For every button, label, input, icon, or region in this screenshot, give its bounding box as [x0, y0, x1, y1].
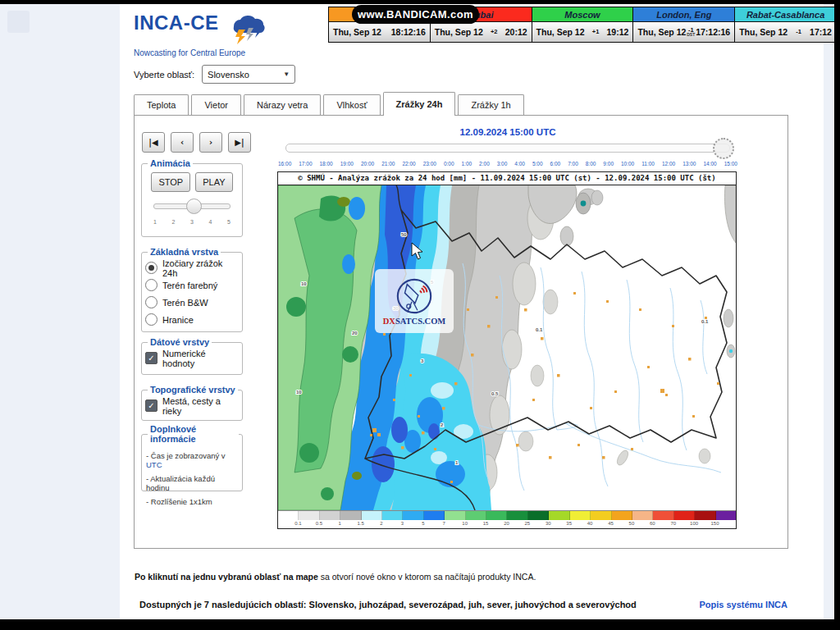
tab-bar: TeplotaVietorNárazy vetraVlhkosťZrážky 2… [134, 92, 527, 115]
colorbar-cell: 35 [549, 511, 569, 520]
timeline-tick: 1:00 [461, 161, 472, 167]
topo-layers-options: ✓Mestá, cesty a rieky [145, 397, 239, 414]
play-button[interactable]: PLAY [195, 172, 232, 192]
timeline-slider-handle[interactable] [713, 138, 734, 159]
frame-nav-buttons: |◀‹›▶| [142, 132, 251, 153]
timeline-tick: 9:00 [603, 161, 614, 167]
colorbar-cell: 2 [362, 511, 382, 520]
colorbar-cell: 20 [486, 511, 507, 520]
last-frame-button[interactable]: ▶| [228, 132, 251, 153]
colorbar-cell: 30 [528, 511, 549, 520]
base-layer-option[interactable]: Izočiary zrážok 24h [145, 259, 239, 276]
tab-zr-ky-24h[interactable]: Zrážky 24h [383, 92, 456, 116]
speed-slider-handle[interactable] [186, 199, 202, 214]
product-panel: |◀‹›▶| Animácia STOP PLAY 12345 Základná… [134, 115, 788, 549]
base-layer-option[interactable]: Terén B&W [145, 294, 239, 311]
next-frame-button[interactable]: › [199, 132, 222, 153]
timeline-tick: 10:00 [621, 161, 634, 167]
timeline-tick: 3:00 [497, 161, 508, 167]
info-line: - Čas je zobrazovaný v UTC [146, 451, 238, 469]
timeline-tick: 16:00 [278, 161, 291, 167]
dxsatcs-watermark: DXSATCS.COM [375, 269, 454, 333]
timeline-tick: 22:00 [402, 161, 415, 167]
clock-city: London, Eng [633, 7, 734, 22]
timeline-tick: 18:00 [319, 161, 332, 167]
system-description-link[interactable]: Popis systému INCA [699, 600, 788, 609]
stop-button[interactable]: STOP [151, 172, 190, 192]
first-frame-button[interactable]: |◀ [142, 132, 165, 153]
clock-time-row: Thu, Sep 12-117:12 [735, 22, 836, 42]
tab-n-razy-vetra[interactable]: Nárazy vetra [244, 94, 321, 115]
timeline-slider[interactable] [285, 144, 730, 153]
logo-subtitle: Nowcasting for Central Europe [134, 48, 268, 57]
frame-top [0, 0, 840, 4]
base-layer-option[interactable]: Hranice [145, 311, 239, 328]
base-layer-fieldset: Základná vrstva Izočiary zrážok 24hTerén… [141, 247, 243, 332]
footer-row: Dostupných je 7 nasledujúcich oblastí: S… [139, 600, 788, 609]
colorbar-cell: 1.5 [340, 511, 361, 520]
map-svg: 503020101053210.50.10.1 [278, 185, 736, 510]
colorbar-cell: 10 [445, 511, 465, 520]
timeline-tick: 7:00 [568, 161, 578, 167]
tab-zr-ky-1h[interactable]: Zrážky 1h [458, 94, 523, 115]
chevron-down-icon: ▼ [283, 71, 290, 78]
map-title: © SHMÚ - Analýza zrážok za 24 hod [mm] -… [278, 172, 736, 185]
tab-teplota[interactable]: Teplota [134, 94, 189, 115]
frame-bottom [0, 619, 840, 630]
radio-icon[interactable] [145, 279, 158, 291]
animation-fieldset: Animácia STOP PLAY 12345 [141, 158, 243, 237]
extra-info-fieldset: Doplnkové informácie - Čas je zobrazovan… [141, 424, 243, 491]
info-line: - Aktualizácia každú hodinu [146, 474, 238, 492]
timeline-tick: 20:00 [361, 161, 374, 167]
checkbox-icon[interactable]: ✓ [145, 352, 158, 364]
speed-ticks: 12345 [153, 219, 231, 225]
data-layers-option[interactable]: ✓Numerické hodnoty [145, 349, 239, 367]
svg-text:0.1: 0.1 [536, 327, 543, 332]
data-layers-options: ✓Numerické hodnoty [145, 349, 239, 367]
dxsatcs-text: DXSATCS.COM [383, 317, 446, 326]
checkbox-icon[interactable]: ✓ [145, 399, 158, 412]
satellite-dish-icon [395, 276, 434, 316]
timeline-tick: 19:00 [340, 161, 354, 167]
map-column: 12.09.2024 15:00 UTC 16:0017:0018:0019:0… [277, 127, 738, 529]
timeline-tick: 15:00 [724, 161, 737, 167]
clock-time-row: Thu, Sep 12-1DST17:12:16 [633, 22, 734, 42]
timeline-tick: 6:00 [550, 161, 561, 167]
precipitation-map[interactable]: © SHMÚ - Analýza zrážok za 24 hod [mm] -… [277, 171, 737, 529]
timeline-current-time: 12.09.2024 15:00 UTC [277, 127, 738, 137]
svg-text:20: 20 [352, 331, 358, 336]
timeline-tick: 21:00 [381, 161, 395, 167]
regions-list: Dostupných je 7 nasledujúcich oblastí: S… [139, 600, 637, 609]
colorbar-cell: 150 [695, 511, 715, 520]
base-layer-option[interactable]: Terén farebný [145, 276, 239, 294]
clock-moscow: MoscowThu, Sep 12+119:12 [532, 7, 634, 42]
speed-slider[interactable] [153, 203, 231, 209]
prev-frame-button[interactable]: ‹ [171, 132, 194, 153]
tab-vietor[interactable]: Vietor [191, 94, 241, 115]
colorbar-cell: 0.1 [278, 511, 299, 520]
topo-layers-option[interactable]: ✓Mestá, cesty a rieky [145, 397, 239, 414]
region-select[interactable]: Slovensko ▼ [202, 65, 295, 84]
timeline-tick: 8:00 [586, 161, 596, 167]
radio-icon[interactable] [145, 296, 158, 308]
timeline-ticks: 16:0017:0018:0019:0020:0021:0022:0023:00… [277, 161, 738, 167]
extra-info-legend: Doplnkové informácie [148, 424, 239, 444]
clock-time-row: Thu, Sep 1218:12:16 [329, 22, 430, 42]
logo-title: INCA-CE [134, 11, 219, 34]
utc-link[interactable]: UTC [146, 460, 162, 469]
region-select-value: Slovensko [208, 70, 249, 80]
radio-icon[interactable] [145, 262, 158, 274]
colorbar-cell: 5 [403, 511, 423, 520]
colorbar-cell: 15 [466, 511, 486, 520]
radio-icon[interactable] [145, 313, 158, 326]
timeline-tick: 0:00 [444, 161, 454, 167]
logo: INCA-CE Nowcasting for Central Europe [134, 11, 268, 57]
page: BerlinThu, Sep 1218:12:16DubaiThu, Sep 1… [0, 0, 840, 630]
clock-london-eng: London, EngThu, Sep 12-1DST17:12:16 [633, 7, 735, 42]
clock-time-row: Thu, Sep 12+119:12 [532, 22, 633, 42]
colorbar-cell: 3 [382, 511, 403, 520]
tab-vlhkos-[interactable]: Vlhkosť [323, 94, 380, 115]
timeline-tick: 17:00 [299, 161, 312, 167]
base-layer-legend: Základná vrstva [148, 247, 221, 257]
colorbar-cell [716, 511, 736, 520]
